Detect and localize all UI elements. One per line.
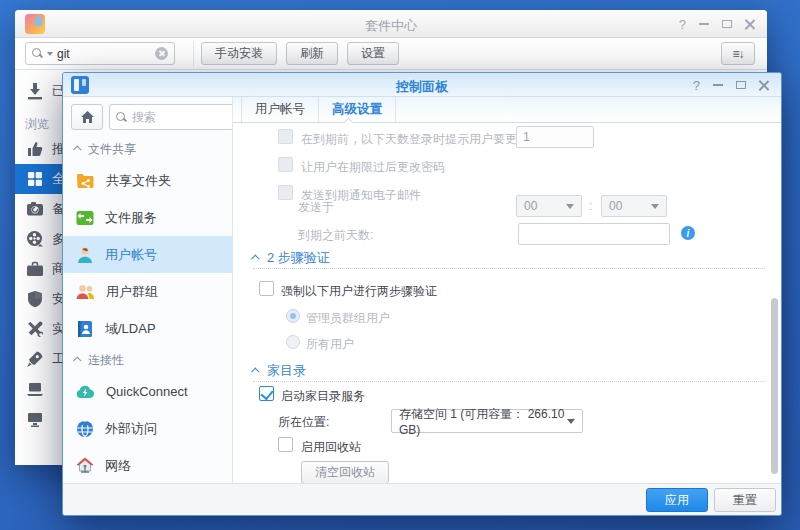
- thumbs-up-icon: [25, 139, 45, 159]
- tab-user-account[interactable]: 用户帐号: [241, 97, 319, 122]
- help-icon[interactable]: ?: [679, 18, 686, 31]
- search-icon: [32, 48, 43, 59]
- advanced-settings-panel: 在到期前，以下天数登录时提示用户要更改密码 让用户在期限过后更改密码 发送到期通…: [233, 123, 781, 483]
- package-search-box[interactable]: [25, 42, 175, 65]
- sidebar-item-network[interactable]: 网络: [63, 447, 232, 483]
- chevron-down-icon: [567, 419, 575, 424]
- settings-button[interactable]: 设置: [347, 42, 399, 65]
- globe-icon: [75, 419, 95, 439]
- enable-recycle-label: 启用回收站: [301, 439, 361, 456]
- grid-icon: [25, 169, 45, 189]
- toolbar-divider: [193, 41, 194, 67]
- admin-group-label: 管理员群组用户: [306, 310, 390, 327]
- tab-bar: 用户帐号 高级设置: [233, 97, 781, 123]
- enforce-two-step-label: 强制以下用户进行两步骤验证: [281, 283, 437, 300]
- sidebar-item-file-services[interactable]: 文件服务: [63, 199, 232, 236]
- close-icon[interactable]: [745, 19, 755, 29]
- send-at-label: 发送于: [298, 199, 334, 216]
- sort-arrow-icon: ↓: [739, 47, 744, 61]
- sidebar-item-domain-ldap[interactable]: 域/LDAP: [63, 310, 232, 347]
- minimize-icon[interactable]: [699, 23, 709, 25]
- refresh-button[interactable]: 刷新: [286, 42, 338, 65]
- sidebar-item-label: 文件服务: [105, 209, 157, 227]
- scrollbar-thumb[interactable]: [771, 298, 778, 474]
- section-connectivity[interactable]: 连接性: [63, 347, 232, 373]
- sidebar-search-box[interactable]: [109, 104, 233, 130]
- section-title: 文件共享: [88, 141, 136, 158]
- chevron-up-icon: [73, 356, 81, 364]
- sidebar-search-input[interactable]: [132, 110, 233, 124]
- enable-recycle-checkbox[interactable]: [278, 437, 293, 452]
- package-center-window-controls: ?: [679, 10, 755, 38]
- sidebar-item-quickconnect[interactable]: QuickConnect: [63, 373, 232, 410]
- package-search-input[interactable]: [57, 47, 151, 61]
- location-select[interactable]: 存储空间 1 (可用容量： 266.10 GB): [391, 409, 583, 433]
- address-book-icon: [75, 319, 95, 339]
- reset-button[interactable]: 重置: [714, 488, 776, 512]
- expire-prompt-checkbox[interactable]: [278, 129, 293, 144]
- file-services-icon: [75, 208, 95, 228]
- package-center-titlebar[interactable]: 套件中心 ?: [15, 10, 767, 38]
- control-panel-titlebar[interactable]: 控制面板 ?: [63, 73, 781, 97]
- section-file-sharing[interactable]: 文件共享: [63, 136, 232, 162]
- network-house-icon: [75, 456, 95, 476]
- control-panel-footer: 应用 重置: [63, 483, 781, 515]
- search-filter-caret-icon[interactable]: [47, 52, 53, 56]
- sort-button[interactable]: ≡↓: [721, 42, 755, 65]
- control-panel-main: 用户帐号 高级设置 在到期前，以下天数登录时提示用户要更改密码 让用户在期限过后…: [233, 97, 781, 483]
- control-panel-window: 控制面板 ? 文件共享: [62, 72, 782, 516]
- sidebar-item-external-access[interactable]: 外部访问: [63, 410, 232, 447]
- backup-camera-icon: [25, 199, 45, 219]
- sidebar-item-user-group[interactable]: 用户群组: [63, 273, 232, 310]
- time-separator: :: [589, 199, 592, 213]
- manual-install-button[interactable]: 手动安装: [201, 42, 277, 65]
- close-icon[interactable]: [759, 80, 769, 90]
- allow-change-after-label: 让用户在期限过后更改密码: [301, 159, 445, 176]
- send-expire-mail-checkbox[interactable]: [278, 185, 293, 200]
- enable-home-service-label: 启动家目录服务: [281, 388, 365, 405]
- help-icon[interactable]: ?: [693, 79, 700, 92]
- user-icon: [75, 245, 95, 265]
- download-icon: [25, 81, 45, 101]
- maximize-icon[interactable]: [736, 81, 746, 89]
- section-divider: [253, 364, 765, 382]
- clear-search-icon[interactable]: [155, 47, 168, 60]
- package-center-title: 套件中心: [15, 17, 767, 35]
- monitor-icon: [25, 409, 45, 429]
- rocket-icon: [25, 349, 45, 369]
- empty-recycle-button[interactable]: 清空回收站: [301, 461, 389, 483]
- minimize-icon[interactable]: [713, 84, 723, 86]
- apply-button[interactable]: 应用: [646, 488, 708, 512]
- control-panel-sidebar: 文件共享 共享文件夹 文件服务 用户帐号 用户群组 域/LDAP: [63, 97, 233, 483]
- days-before-input[interactable]: [518, 223, 670, 245]
- sidebar-item-label: 用户帐号: [105, 246, 157, 264]
- tab-advanced-settings[interactable]: 高级设置: [319, 97, 396, 122]
- section-divider: [253, 251, 765, 269]
- allow-change-after-checkbox[interactable]: [278, 157, 293, 172]
- laptop-icon: [25, 379, 45, 399]
- send-hour-select[interactable]: 00: [516, 195, 582, 217]
- maximize-icon[interactable]: [722, 20, 732, 28]
- expire-prompt-days-input[interactable]: [516, 126, 594, 148]
- sidebar-item-label: 共享文件夹: [106, 172, 171, 190]
- control-panel-title: 控制面板: [63, 78, 781, 96]
- home-button[interactable]: [71, 104, 103, 130]
- admin-group-radio[interactable]: [286, 309, 300, 323]
- home-icon: [80, 110, 95, 124]
- sidebar-item-label: 外部访问: [105, 420, 157, 438]
- enforce-two-step-checkbox[interactable]: [259, 281, 274, 296]
- send-minute-select[interactable]: 00: [601, 195, 667, 217]
- sidebar-item-user-account[interactable]: 用户帐号: [63, 236, 232, 273]
- quickconnect-cloud-icon: [75, 382, 96, 402]
- wrench-icon: [25, 319, 45, 339]
- enable-home-service-checkbox[interactable]: [259, 386, 274, 401]
- users-group-icon: [75, 282, 96, 302]
- all-users-radio[interactable]: [286, 335, 300, 349]
- location-value: 存储空间 1 (可用容量： 266.10 GB): [399, 406, 567, 437]
- chevron-up-icon: [73, 145, 81, 153]
- briefcase-icon: [25, 259, 45, 279]
- location-label: 所在位置:: [278, 414, 329, 431]
- sidebar-item-shared-folder[interactable]: 共享文件夹: [63, 162, 232, 199]
- shield-icon: [25, 289, 45, 309]
- sidebar-item-label: 网络: [105, 457, 131, 475]
